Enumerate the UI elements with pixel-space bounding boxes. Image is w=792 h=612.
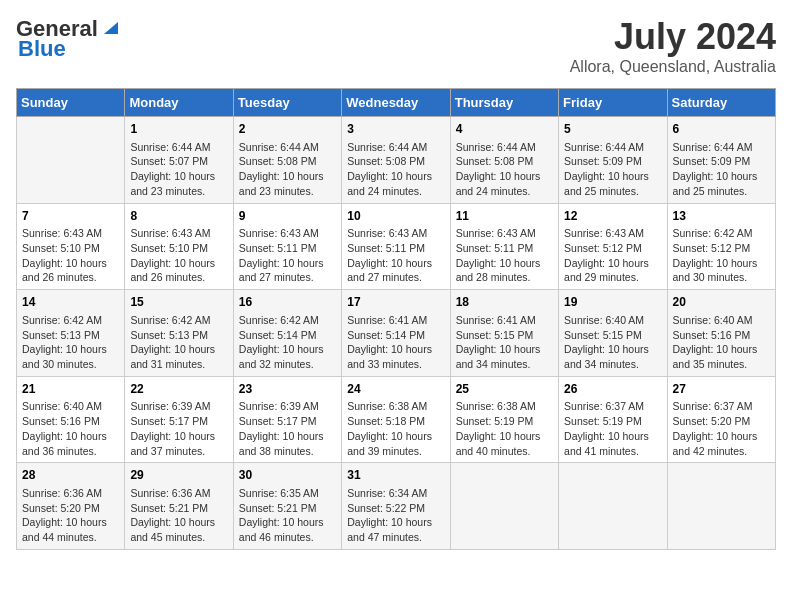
day-number: 5: [564, 121, 661, 138]
day-number: 4: [456, 121, 553, 138]
calendar-cell: [450, 463, 558, 550]
day-info: Sunrise: 6:38 AM Sunset: 5:19 PM Dayligh…: [456, 399, 553, 458]
calendar-cell: 13Sunrise: 6:42 AM Sunset: 5:12 PM Dayli…: [667, 203, 775, 290]
col-wednesday: Wednesday: [342, 89, 450, 117]
day-number: 28: [22, 467, 119, 484]
day-info: Sunrise: 6:36 AM Sunset: 5:21 PM Dayligh…: [130, 486, 227, 545]
day-info: Sunrise: 6:44 AM Sunset: 5:08 PM Dayligh…: [239, 140, 336, 199]
day-info: Sunrise: 6:43 AM Sunset: 5:10 PM Dayligh…: [130, 226, 227, 285]
day-info: Sunrise: 6:42 AM Sunset: 5:14 PM Dayligh…: [239, 313, 336, 372]
day-info: Sunrise: 6:35 AM Sunset: 5:21 PM Dayligh…: [239, 486, 336, 545]
calendar-week-row: 21Sunrise: 6:40 AM Sunset: 5:16 PM Dayli…: [17, 376, 776, 463]
calendar-cell: [667, 463, 775, 550]
day-info: Sunrise: 6:42 AM Sunset: 5:12 PM Dayligh…: [673, 226, 770, 285]
calendar-cell: 10Sunrise: 6:43 AM Sunset: 5:11 PM Dayli…: [342, 203, 450, 290]
calendar-cell: 14Sunrise: 6:42 AM Sunset: 5:13 PM Dayli…: [17, 290, 125, 377]
day-info: Sunrise: 6:44 AM Sunset: 5:09 PM Dayligh…: [673, 140, 770, 199]
calendar-cell: 26Sunrise: 6:37 AM Sunset: 5:19 PM Dayli…: [559, 376, 667, 463]
calendar-cell: 20Sunrise: 6:40 AM Sunset: 5:16 PM Dayli…: [667, 290, 775, 377]
col-saturday: Saturday: [667, 89, 775, 117]
day-number: 25: [456, 381, 553, 398]
day-info: Sunrise: 6:41 AM Sunset: 5:15 PM Dayligh…: [456, 313, 553, 372]
calendar-cell: [559, 463, 667, 550]
day-number: 26: [564, 381, 661, 398]
day-info: Sunrise: 6:40 AM Sunset: 5:16 PM Dayligh…: [673, 313, 770, 372]
calendar-cell: 23Sunrise: 6:39 AM Sunset: 5:17 PM Dayli…: [233, 376, 341, 463]
calendar-cell: 7Sunrise: 6:43 AM Sunset: 5:10 PM Daylig…: [17, 203, 125, 290]
day-number: 17: [347, 294, 444, 311]
day-number: 3: [347, 121, 444, 138]
calendar-cell: 16Sunrise: 6:42 AM Sunset: 5:14 PM Dayli…: [233, 290, 341, 377]
col-friday: Friday: [559, 89, 667, 117]
logo-arrow-icon: [100, 16, 122, 38]
day-info: Sunrise: 6:38 AM Sunset: 5:18 PM Dayligh…: [347, 399, 444, 458]
calendar-header-row: Sunday Monday Tuesday Wednesday Thursday…: [17, 89, 776, 117]
day-number: 20: [673, 294, 770, 311]
day-number: 12: [564, 208, 661, 225]
day-info: Sunrise: 6:39 AM Sunset: 5:17 PM Dayligh…: [130, 399, 227, 458]
calendar-cell: 24Sunrise: 6:38 AM Sunset: 5:18 PM Dayli…: [342, 376, 450, 463]
day-info: Sunrise: 6:42 AM Sunset: 5:13 PM Dayligh…: [130, 313, 227, 372]
day-number: 22: [130, 381, 227, 398]
calendar-cell: 9Sunrise: 6:43 AM Sunset: 5:11 PM Daylig…: [233, 203, 341, 290]
calendar-cell: [17, 117, 125, 204]
calendar-cell: 17Sunrise: 6:41 AM Sunset: 5:14 PM Dayli…: [342, 290, 450, 377]
calendar-table: Sunday Monday Tuesday Wednesday Thursday…: [16, 88, 776, 550]
day-info: Sunrise: 6:44 AM Sunset: 5:08 PM Dayligh…: [456, 140, 553, 199]
calendar-cell: 28Sunrise: 6:36 AM Sunset: 5:20 PM Dayli…: [17, 463, 125, 550]
day-number: 21: [22, 381, 119, 398]
day-info: Sunrise: 6:37 AM Sunset: 5:20 PM Dayligh…: [673, 399, 770, 458]
logo: General Blue: [16, 16, 122, 62]
calendar-cell: 22Sunrise: 6:39 AM Sunset: 5:17 PM Dayli…: [125, 376, 233, 463]
day-info: Sunrise: 6:40 AM Sunset: 5:16 PM Dayligh…: [22, 399, 119, 458]
day-number: 16: [239, 294, 336, 311]
calendar-cell: 25Sunrise: 6:38 AM Sunset: 5:19 PM Dayli…: [450, 376, 558, 463]
col-thursday: Thursday: [450, 89, 558, 117]
day-number: 31: [347, 467, 444, 484]
logo-blue-text: Blue: [18, 36, 66, 62]
calendar-cell: 27Sunrise: 6:37 AM Sunset: 5:20 PM Dayli…: [667, 376, 775, 463]
calendar-cell: 5Sunrise: 6:44 AM Sunset: 5:09 PM Daylig…: [559, 117, 667, 204]
day-info: Sunrise: 6:41 AM Sunset: 5:14 PM Dayligh…: [347, 313, 444, 372]
day-number: 8: [130, 208, 227, 225]
day-number: 14: [22, 294, 119, 311]
day-info: Sunrise: 6:44 AM Sunset: 5:07 PM Dayligh…: [130, 140, 227, 199]
day-info: Sunrise: 6:34 AM Sunset: 5:22 PM Dayligh…: [347, 486, 444, 545]
calendar-cell: 31Sunrise: 6:34 AM Sunset: 5:22 PM Dayli…: [342, 463, 450, 550]
calendar-week-row: 1Sunrise: 6:44 AM Sunset: 5:07 PM Daylig…: [17, 117, 776, 204]
col-monday: Monday: [125, 89, 233, 117]
calendar-cell: 12Sunrise: 6:43 AM Sunset: 5:12 PM Dayli…: [559, 203, 667, 290]
page-title: July 2024: [570, 16, 776, 58]
calendar-week-row: 28Sunrise: 6:36 AM Sunset: 5:20 PM Dayli…: [17, 463, 776, 550]
col-sunday: Sunday: [17, 89, 125, 117]
page-subtitle: Allora, Queensland, Australia: [570, 58, 776, 76]
calendar-cell: 4Sunrise: 6:44 AM Sunset: 5:08 PM Daylig…: [450, 117, 558, 204]
calendar-week-row: 7Sunrise: 6:43 AM Sunset: 5:10 PM Daylig…: [17, 203, 776, 290]
day-info: Sunrise: 6:36 AM Sunset: 5:20 PM Dayligh…: [22, 486, 119, 545]
day-number: 18: [456, 294, 553, 311]
calendar-cell: 8Sunrise: 6:43 AM Sunset: 5:10 PM Daylig…: [125, 203, 233, 290]
day-number: 1: [130, 121, 227, 138]
page-header: General Blue July 2024 Allora, Queenslan…: [16, 16, 776, 76]
day-number: 10: [347, 208, 444, 225]
day-info: Sunrise: 6:44 AM Sunset: 5:08 PM Dayligh…: [347, 140, 444, 199]
day-info: Sunrise: 6:43 AM Sunset: 5:12 PM Dayligh…: [564, 226, 661, 285]
day-info: Sunrise: 6:42 AM Sunset: 5:13 PM Dayligh…: [22, 313, 119, 372]
svg-marker-0: [104, 22, 118, 34]
day-info: Sunrise: 6:44 AM Sunset: 5:09 PM Dayligh…: [564, 140, 661, 199]
day-number: 7: [22, 208, 119, 225]
calendar-week-row: 14Sunrise: 6:42 AM Sunset: 5:13 PM Dayli…: [17, 290, 776, 377]
calendar-cell: 2Sunrise: 6:44 AM Sunset: 5:08 PM Daylig…: [233, 117, 341, 204]
day-info: Sunrise: 6:37 AM Sunset: 5:19 PM Dayligh…: [564, 399, 661, 458]
day-number: 9: [239, 208, 336, 225]
col-tuesday: Tuesday: [233, 89, 341, 117]
day-number: 15: [130, 294, 227, 311]
calendar-cell: 15Sunrise: 6:42 AM Sunset: 5:13 PM Dayli…: [125, 290, 233, 377]
day-info: Sunrise: 6:39 AM Sunset: 5:17 PM Dayligh…: [239, 399, 336, 458]
day-number: 23: [239, 381, 336, 398]
calendar-cell: 1Sunrise: 6:44 AM Sunset: 5:07 PM Daylig…: [125, 117, 233, 204]
calendar-cell: 18Sunrise: 6:41 AM Sunset: 5:15 PM Dayli…: [450, 290, 558, 377]
day-number: 2: [239, 121, 336, 138]
calendar-cell: 6Sunrise: 6:44 AM Sunset: 5:09 PM Daylig…: [667, 117, 775, 204]
day-number: 29: [130, 467, 227, 484]
